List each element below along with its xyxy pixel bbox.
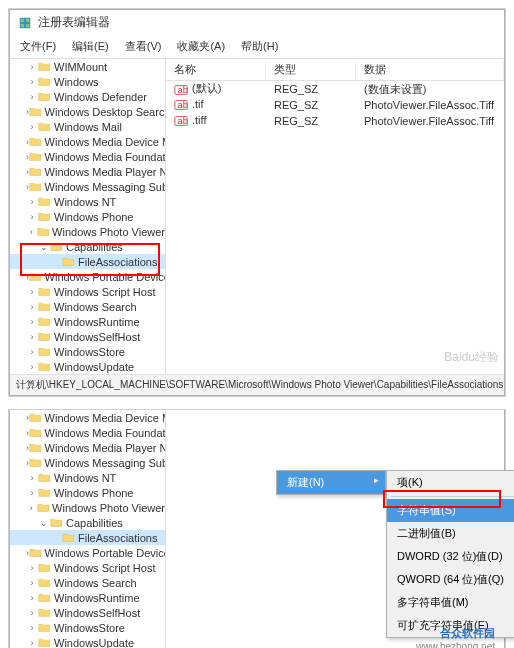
list-row[interactable]: ab.tiffREG_SZPhotoViewer.FileAssoc.Tiff — [166, 113, 504, 129]
tree-panel[interactable]: ›WIMMount›Windows›Windows Defender›Windo… — [10, 59, 166, 374]
expand-icon[interactable]: › — [26, 196, 38, 208]
folder-icon — [29, 412, 42, 423]
tree-item[interactable]: ›WindowsSelfHost — [10, 605, 165, 620]
folder-icon — [38, 592, 51, 603]
expand-icon[interactable]: › — [26, 286, 38, 298]
tree-label: WindowsRuntime — [54, 592, 140, 604]
menu-edit[interactable]: 编辑(E) — [66, 37, 115, 56]
menu-favorites[interactable]: 收藏夹(A) — [171, 37, 231, 56]
tree-item[interactable]: ›WindowsUpdate — [10, 359, 165, 374]
expand-icon[interactable]: › — [26, 346, 38, 358]
expand-icon[interactable]: › — [26, 562, 38, 574]
tree-item[interactable]: ›Windows Phone — [10, 485, 165, 500]
folder-icon — [62, 256, 75, 267]
tree-item[interactable]: ›Windows Mail — [10, 119, 165, 134]
folder-icon — [38, 577, 51, 588]
tree-item[interactable]: ›Windows Media Foundation — [10, 425, 165, 440]
tree-item[interactable]: ›WindowsStore — [10, 344, 165, 359]
tree-item[interactable]: ›Windows Desktop Search — [10, 104, 165, 119]
tree-item[interactable]: ⌄Capabilities — [10, 239, 165, 254]
tree-item[interactable]: ›Windows Media Device Man — [10, 410, 165, 425]
expand-icon[interactable]: › — [26, 637, 38, 649]
tree-item[interactable]: ›Windows Messaging Subsyst — [10, 179, 165, 194]
expand-icon[interactable]: › — [26, 592, 38, 604]
expand-icon[interactable]: › — [26, 61, 38, 73]
tree-item[interactable]: ›WindowsUpdate — [10, 635, 165, 648]
col-data[interactable]: 数据 — [356, 59, 504, 80]
folder-icon — [50, 517, 63, 528]
tree-item[interactable]: FileAssociations — [10, 530, 165, 545]
submenu-item[interactable]: 多字符串值(M) — [387, 591, 514, 614]
tree-panel[interactable]: ›Windows Media Device Man›Windows Media … — [10, 410, 166, 648]
tree-item[interactable]: ›Windows Defender — [10, 89, 165, 104]
expand-icon[interactable]: › — [26, 331, 38, 343]
expand-icon[interactable]: › — [26, 361, 38, 373]
tree-item[interactable]: ›Windows Portable Devices — [10, 545, 165, 560]
tree-item[interactable]: ›WIMMount — [10, 59, 165, 74]
tree-item[interactable]: ›Windows Script Host — [10, 560, 165, 575]
tree-item[interactable]: ›WindowsStore — [10, 620, 165, 635]
context-menu-new: 新建(N) — [276, 470, 386, 495]
tree-label: Windows Mail — [54, 121, 122, 133]
folder-icon — [38, 301, 51, 312]
submenu-item[interactable]: DWORD (32 位)值(D) — [387, 545, 514, 568]
menu-new[interactable]: 新建(N) — [277, 471, 385, 494]
col-type[interactable]: 类型 — [266, 59, 356, 80]
tree-item[interactable]: ›Windows Photo Viewer — [10, 500, 165, 515]
expand-icon[interactable]: › — [26, 226, 37, 238]
expand-icon[interactable]: › — [26, 487, 38, 499]
tree-item[interactable]: ›Windows Search — [10, 299, 165, 314]
tree-item[interactable]: ›Windows Media Player NSS — [10, 164, 165, 179]
expand-icon[interactable]: › — [26, 622, 38, 634]
tree-item[interactable]: ›Windows Media Player NSS — [10, 440, 165, 455]
tree-item[interactable]: ›Windows Photo Viewer — [10, 224, 165, 239]
expand-icon[interactable]: › — [26, 301, 38, 313]
tree-item[interactable]: ›Windows Media Device Man — [10, 134, 165, 149]
expand-icon[interactable] — [50, 256, 62, 268]
expand-icon[interactable]: › — [26, 91, 38, 103]
tree-item[interactable]: ⌄Capabilities — [10, 515, 165, 530]
submenu-item[interactable]: 字符串值(S) — [387, 499, 514, 522]
expand-icon[interactable]: ⌄ — [38, 517, 50, 529]
tree-item[interactable]: ›Windows Phone — [10, 209, 165, 224]
expand-icon[interactable]: › — [26, 76, 38, 88]
tree-item[interactable]: ›Windows Portable Devices — [10, 269, 165, 284]
tree-item[interactable]: ›Windows Messaging Subsyst — [10, 455, 165, 470]
expand-icon[interactable]: › — [26, 577, 38, 589]
tree-item[interactable]: ›Windows NT — [10, 194, 165, 209]
screenshot-1: 注册表编辑器 文件(F) 编辑(E) 查看(V) 收藏夹(A) 帮助(H) ›W… — [8, 8, 506, 397]
tree-item[interactable]: ›WindowsRuntime — [10, 314, 165, 329]
expand-icon[interactable]: › — [26, 502, 37, 514]
tree-item[interactable]: ›Windows Media Foundation — [10, 149, 165, 164]
expand-icon[interactable]: ⌄ — [38, 241, 50, 253]
cell-type: REG_SZ — [266, 83, 356, 95]
tree-label: WindowsSelfHost — [54, 607, 140, 619]
tree-item[interactable]: ›Windows Search — [10, 575, 165, 590]
tree-item[interactable]: FileAssociations — [10, 254, 165, 269]
tree-item[interactable]: ›Windows — [10, 74, 165, 89]
list-row[interactable]: ab(默认)REG_SZ(数值未设置) — [166, 81, 504, 97]
tree-item[interactable]: ›WindowsRuntime — [10, 590, 165, 605]
tree-label: Windows Desktop Search — [45, 106, 166, 118]
menu-view[interactable]: 查看(V) — [119, 37, 168, 56]
expand-icon[interactable]: › — [26, 472, 38, 484]
menu-help[interactable]: 帮助(H) — [235, 37, 284, 56]
submenu-item[interactable]: QWORD (64 位)值(Q) — [387, 568, 514, 591]
menu-file[interactable]: 文件(F) — [14, 37, 62, 56]
string-value-icon: ab — [174, 98, 188, 112]
col-name[interactable]: 名称 — [166, 59, 266, 80]
expand-icon[interactable]: › — [26, 211, 38, 223]
tree-item[interactable]: ›Windows NT — [10, 470, 165, 485]
expand-icon[interactable] — [50, 532, 62, 544]
submenu-item[interactable]: 项(K) — [387, 471, 514, 494]
submenu-item[interactable]: 二进制值(B) — [387, 522, 514, 545]
expand-icon[interactable]: › — [26, 607, 38, 619]
expand-icon[interactable]: › — [26, 121, 38, 133]
list-panel: 新建(N) 项(K)字符串值(S)二进制值(B)DWORD (32 位)值(D)… — [166, 410, 504, 648]
tree-item[interactable]: ›Windows Script Host — [10, 284, 165, 299]
folder-icon — [38, 637, 51, 648]
tree-item[interactable]: ›WindowsSelfHost — [10, 329, 165, 344]
list-row[interactable]: ab.tifREG_SZPhotoViewer.FileAssoc.Tiff — [166, 97, 504, 113]
expand-icon[interactable]: › — [26, 316, 38, 328]
tree-label: Windows Photo Viewer — [52, 502, 165, 514]
